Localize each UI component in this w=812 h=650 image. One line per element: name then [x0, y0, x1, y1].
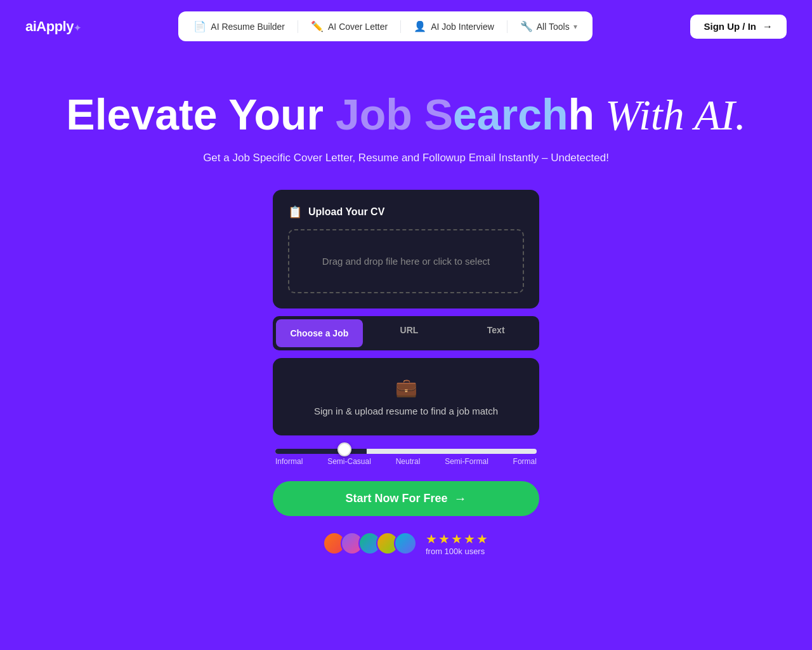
nav-item-all-tools[interactable]: 🔧 All Tools ▾ — [511, 15, 586, 37]
main-card-container: 📋 Upload Your CV Drag and drop file here… — [273, 190, 539, 556]
hero-title: Elevate Your Job Searchh With AI. — [13, 91, 799, 139]
nav-divider-2 — [400, 20, 401, 33]
slider-wrapper — [275, 446, 537, 457]
cta-start-button[interactable]: Start Now For Free → — [273, 481, 539, 516]
upload-cv-card: 📋 Upload Your CV Drag and drop file here… — [273, 190, 539, 308]
label-informal: Informal — [275, 457, 303, 466]
tools-icon: 🔧 — [520, 20, 533, 32]
signin-card: 💼 Sign in & upload resume to find a job … — [273, 358, 539, 435]
nav-divider-3 — [507, 20, 508, 33]
upload-doc-icon: 📋 — [288, 205, 302, 219]
hero-subtitle: Get a Job Specific Cover Letter, Resume … — [13, 152, 799, 164]
slider-labels: Informal Semi-Casual Neutral Semi-Formal… — [275, 457, 537, 466]
hero-section: Elevate Your Job Searchh With AI. Get a … — [0, 53, 812, 581]
upload-cv-title: Upload Your CV — [308, 206, 384, 218]
pencil-icon: ✏️ — [311, 20, 324, 32]
logo-star: ✦ — [74, 23, 81, 33]
social-proof: ★★★★★ from 100k users — [273, 531, 539, 556]
with-ai-text: With AI. — [594, 91, 746, 139]
nav-item-job-interview[interactable]: 👤 AI Job Interview — [405, 15, 503, 37]
arrow-right-icon: → — [763, 21, 773, 32]
tone-slider-area: Informal Semi-Casual Neutral Semi-Formal… — [273, 446, 539, 466]
nav-center: 📄 AI Resume Builder ✏️ AI Cover Letter 👤… — [178, 11, 592, 41]
tab-text[interactable]: Text — [452, 316, 539, 350]
nav-divider — [298, 20, 298, 33]
signin-text: Sign in & upload resume to find a job ma… — [285, 406, 527, 416]
job-highlight: Job S — [336, 90, 453, 138]
stars-display: ★★★★★ — [426, 531, 489, 547]
person-icon: 👤 — [414, 20, 426, 32]
briefcase-icon: 💼 — [285, 377, 527, 398]
nav-item-resume-builder[interactable]: 📄 AI Resume Builder — [185, 15, 294, 37]
file-drop-zone[interactable]: Drag and drop file here or click to sele… — [288, 229, 524, 293]
label-neutral: Neutral — [396, 457, 421, 466]
logo[interactable]: aiApply✦ — [25, 18, 81, 35]
tab-url[interactable]: URL — [366, 316, 453, 350]
avatar-group — [323, 532, 417, 555]
navbar: aiApply✦ 📄 AI Resume Builder ✏️ AI Cover… — [0, 0, 812, 53]
avatar-5 — [394, 532, 417, 555]
sign-up-button[interactable]: Sign Up / In → — [690, 15, 787, 39]
tone-slider[interactable] — [275, 449, 537, 454]
search-highlight: earch — [453, 90, 568, 138]
label-semi-formal: Semi-Formal — [445, 457, 488, 466]
cta-arrow-icon: → — [454, 491, 467, 506]
label-semi-casual: Semi-Casual — [327, 457, 371, 466]
upload-cv-header: 📋 Upload Your CV — [288, 205, 524, 219]
chevron-down-icon: ▾ — [573, 22, 577, 31]
label-formal: Formal — [513, 457, 537, 466]
job-tab-bar: Choose a Job URL Text — [273, 316, 539, 350]
cta-label: Start Now For Free — [345, 492, 447, 505]
rating-info: ★★★★★ from 100k users — [426, 531, 489, 556]
drop-zone-label: Drag and drop file here or click to sele… — [322, 256, 490, 267]
tab-choose-job[interactable]: Choose a Job — [276, 319, 363, 347]
nav-item-cover-letter[interactable]: ✏️ AI Cover Letter — [302, 15, 396, 37]
user-count: from 100k users — [426, 547, 489, 556]
document-icon: 📄 — [193, 20, 206, 32]
